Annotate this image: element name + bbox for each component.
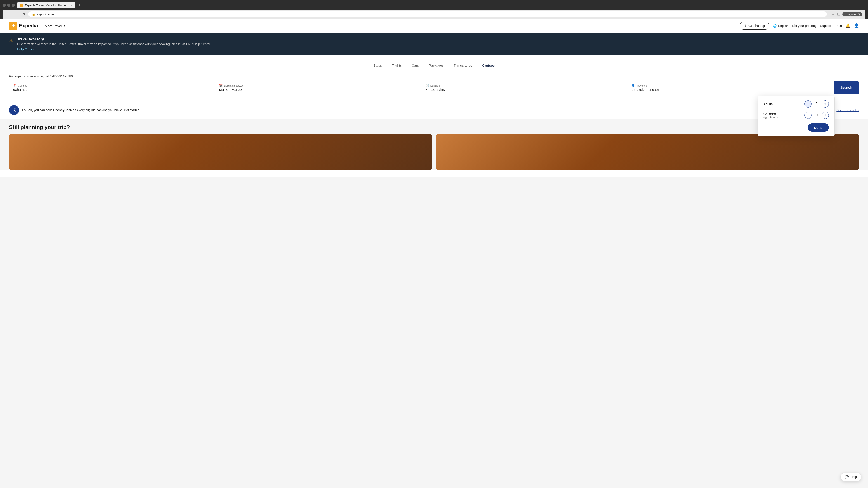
- support-label: Support: [820, 24, 831, 28]
- adults-decrement-btn[interactable]: −: [804, 100, 812, 107]
- list-property-button[interactable]: List your property: [792, 24, 816, 28]
- page-content: ✈ Expedia More travel ▼ ⬇ Get the app 🌐 …: [0, 19, 868, 177]
- duration-field[interactable]: 🕐 Duration 7 – 14 nights: [422, 81, 628, 94]
- adults-increment-btn[interactable]: +: [822, 100, 829, 107]
- advisory-text: Due to winter weather in the United Stat…: [17, 42, 211, 46]
- departing-field[interactable]: 📅 Departing between Mar 4 – Mar 22: [215, 81, 422, 94]
- get-app-button[interactable]: ⬇ Get the app: [740, 22, 769, 30]
- destination-card-1[interactable]: [9, 134, 432, 170]
- still-planning-section: Still planning your trip?: [0, 119, 868, 170]
- address-text: expedia.com: [37, 12, 54, 16]
- window-close-btn[interactable]: [3, 4, 6, 7]
- children-stepper: − 0 +: [804, 111, 829, 119]
- search-tabs: Stays Flights Cars Packages Things to do…: [9, 61, 859, 70]
- notifications-button[interactable]: 🔔: [845, 23, 850, 28]
- chevron-down-icon: ▼: [63, 24, 66, 27]
- advisory-content: Travel Advisory Due to winter weather in…: [17, 37, 211, 51]
- address-bar[interactable]: 🔒 expedia.com: [28, 11, 827, 17]
- logo-area[interactable]: ✈ Expedia: [9, 22, 38, 30]
- bookmark-btn[interactable]: ☆: [831, 12, 835, 16]
- search-area: Stays Flights Cars Packages Things to do…: [0, 55, 868, 101]
- get-app-label: Get the app: [748, 24, 765, 28]
- tab-cruises[interactable]: Cruises: [477, 61, 500, 70]
- forward-btn[interactable]: →: [13, 11, 19, 17]
- download-icon: ⬇: [744, 24, 747, 28]
- travelers-field[interactable]: 👤 Travelers 2 travelers, 1 cabin Adults …: [628, 81, 834, 94]
- onekey-benefits-link[interactable]: One Key benefits: [836, 108, 859, 112]
- profile-switcher-btn[interactable]: ⊞: [837, 12, 840, 16]
- children-increment-btn[interactable]: +: [822, 111, 829, 119]
- tab-label: Expedia Travel: Vacation Home...: [25, 4, 68, 7]
- window-maximize-btn[interactable]: [12, 4, 15, 7]
- window-minimize-btn[interactable]: [7, 4, 10, 7]
- reload-btn[interactable]: ↻: [21, 11, 26, 17]
- advisory-title: Travel Advisory: [17, 37, 211, 41]
- travelers-dropdown: Adults − 2 + Children Ages 0 to 17: [758, 96, 835, 136]
- advisory-banner: ⚠ Travel Advisory Due to winter weather …: [0, 33, 868, 55]
- going-to-label: Going to: [18, 84, 27, 87]
- globe-icon: 🌐: [773, 24, 777, 28]
- departing-value: Mar 4 – Mar 22: [219, 88, 418, 92]
- header-actions: ⬇ Get the app 🌐 English List your proper…: [740, 22, 859, 30]
- adults-stepper: − 2 +: [804, 100, 829, 107]
- children-sub-label: Ages 0 to 17: [763, 116, 804, 119]
- travelers-label: Travelers: [637, 84, 647, 87]
- lock-icon: 🔒: [32, 13, 35, 16]
- children-count: 0: [814, 113, 819, 117]
- still-planning-title: Still planning your trip?: [9, 124, 859, 130]
- support-button[interactable]: Support: [820, 24, 831, 28]
- browser-tab-active[interactable]: Expedia Travel: Vacation Home... ✕: [17, 2, 75, 8]
- destination-card-2[interactable]: [436, 134, 859, 170]
- duration-value: 7 – 14 nights: [426, 88, 624, 92]
- trips-button[interactable]: Trips: [835, 24, 842, 28]
- tab-close-btn[interactable]: ✕: [70, 4, 72, 7]
- adults-info: Adults: [763, 102, 804, 106]
- duration-label: Duration: [430, 84, 440, 87]
- children-info: Children Ages 0 to 17: [763, 112, 804, 119]
- more-travel-button[interactable]: More travel ▼: [42, 23, 68, 29]
- new-tab-button[interactable]: +: [76, 2, 83, 8]
- incognito-badge[interactable]: Incognito (2): [842, 12, 862, 17]
- cruise-advice-text: For expert cruise advice, call 1-800-916…: [9, 74, 859, 78]
- done-btn-row: Done: [763, 123, 829, 132]
- tab-bar: Expedia Travel: Vacation Home... ✕ +: [17, 2, 82, 8]
- tab-stays[interactable]: Stays: [368, 61, 387, 70]
- tab-flights[interactable]: Flights: [387, 61, 407, 70]
- browser-addressbar: ← → ↻ 🔒 expedia.com ☆ ⊞ Incognito (2): [3, 10, 865, 19]
- tab-things-to-do[interactable]: Things to do: [449, 61, 477, 70]
- adults-row: Adults − 2 +: [763, 100, 829, 107]
- going-to-field[interactable]: 📍 Going to Bahamas: [9, 81, 215, 94]
- tab-cars[interactable]: Cars: [407, 61, 424, 70]
- account-button[interactable]: 👤: [854, 23, 859, 28]
- children-decrement-btn[interactable]: −: [804, 111, 812, 119]
- user-avatar: K: [9, 105, 19, 115]
- location-icon: 📍: [13, 84, 17, 87]
- account-icon: 👤: [854, 24, 859, 28]
- site-header: ✈ Expedia More travel ▼ ⬇ Get the app 🌐 …: [0, 19, 868, 33]
- calendar-icon: 📅: [219, 84, 223, 87]
- adults-count: 2: [814, 102, 819, 106]
- travelers-value: 2 travelers, 1 cabin: [631, 88, 830, 92]
- browser-titlebar: Expedia Travel: Vacation Home... ✕ +: [3, 2, 865, 8]
- clock-icon: 🕐: [426, 84, 429, 87]
- going-to-value: Bahamas: [13, 88, 212, 92]
- search-form: 📍 Going to Bahamas 📅 Departing between M…: [9, 81, 859, 94]
- window-controls: [3, 4, 15, 7]
- help-center-link[interactable]: Help Center: [17, 47, 34, 51]
- onekey-text: Lauren, you can earn OneKeyCash on every…: [22, 108, 141, 112]
- person-icon: 👤: [631, 84, 635, 87]
- search-button[interactable]: Search: [834, 81, 859, 94]
- expedia-logo-icon: ✈: [9, 22, 17, 30]
- expedia-logo-text: Expedia: [19, 23, 38, 29]
- tab-packages[interactable]: Packages: [424, 61, 449, 70]
- done-button[interactable]: Done: [808, 123, 829, 132]
- adults-label: Adults: [763, 102, 804, 106]
- departing-label: Departing between: [224, 84, 245, 87]
- back-btn[interactable]: ←: [6, 11, 11, 17]
- language-button[interactable]: 🌐 English: [773, 24, 788, 28]
- list-property-label: List your property: [792, 24, 816, 28]
- address-actions: ☆ ⊞: [831, 12, 840, 16]
- browser-chrome: Expedia Travel: Vacation Home... ✕ + ← →…: [0, 0, 868, 19]
- tab-favicon: [20, 4, 23, 7]
- warning-icon: ⚠: [9, 38, 13, 43]
